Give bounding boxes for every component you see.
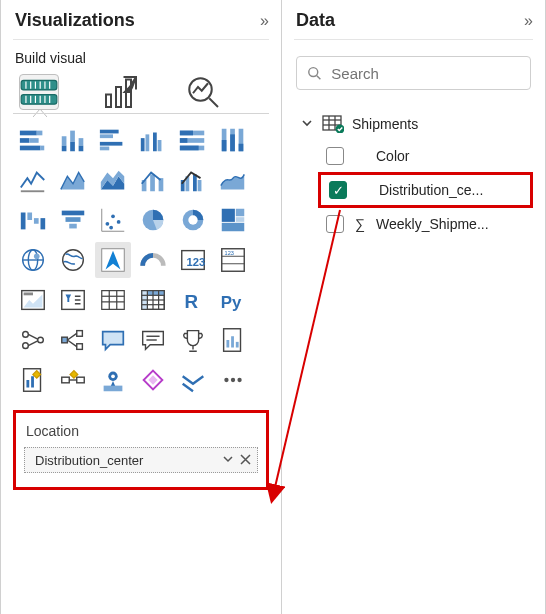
svg-rect-23 xyxy=(20,146,41,151)
tab-analytics[interactable] xyxy=(183,74,223,110)
svg-rect-42 xyxy=(180,138,188,143)
svg-rect-121 xyxy=(231,336,234,347)
svg-point-111 xyxy=(23,332,29,338)
svg-rect-60 xyxy=(27,213,32,221)
svg-rect-120 xyxy=(226,340,229,348)
viz-goals[interactable] xyxy=(175,322,211,358)
viz-waterfall[interactable] xyxy=(15,202,51,238)
svg-rect-37 xyxy=(153,133,157,152)
table-shipments[interactable]: Shipments xyxy=(296,108,533,140)
viz-power-apps[interactable] xyxy=(15,362,51,398)
collapse-data-icon[interactable]: » xyxy=(524,12,531,30)
svg-rect-50 xyxy=(239,144,244,152)
viz-multi-row-card[interactable]: 123 xyxy=(215,242,251,278)
svg-rect-126 xyxy=(62,377,70,383)
field-label-weekly-shipments: Weekly_Shipme... xyxy=(376,216,533,232)
svg-rect-64 xyxy=(66,217,81,222)
viz-py[interactable]: Py xyxy=(215,282,251,318)
svg-rect-92 xyxy=(24,293,33,296)
svg-rect-33 xyxy=(100,142,123,146)
checkbox-distribution-center[interactable]: ✓ xyxy=(329,181,347,199)
viz-clustered-bar[interactable] xyxy=(95,122,131,158)
svg-point-132 xyxy=(231,378,235,382)
viz-line-clustered-column[interactable] xyxy=(175,162,211,198)
svg-point-83 xyxy=(63,250,84,271)
viz-get-more[interactable] xyxy=(135,362,171,398)
viz-decomposition[interactable] xyxy=(55,322,91,358)
viz-azure-map[interactable] xyxy=(95,242,131,278)
field-label-distribution-center: Distribution_ce... xyxy=(379,182,530,198)
data-title: Data xyxy=(296,10,335,31)
svg-rect-116 xyxy=(77,344,83,350)
svg-rect-26 xyxy=(62,146,67,152)
visualizations-pane: Visualizations » Build visual xyxy=(0,0,282,614)
viz-treemap[interactable] xyxy=(215,202,251,238)
viz-stacked-bar[interactable] xyxy=(15,122,51,158)
viz-scatter[interactable] xyxy=(95,202,131,238)
viz-funnel[interactable] xyxy=(55,202,91,238)
svg-rect-27 xyxy=(70,131,75,142)
visualizations-title: Visualizations xyxy=(15,10,135,31)
collapse-viz-icon[interactable]: » xyxy=(260,12,267,30)
viz-card[interactable]: 123 xyxy=(175,242,211,278)
svg-point-69 xyxy=(111,214,115,218)
svg-rect-130 xyxy=(104,386,123,392)
viz-flow[interactable] xyxy=(175,362,211,398)
checkbox-weekly-shipments[interactable] xyxy=(326,215,344,233)
viz-100-stacked-bar[interactable] xyxy=(175,122,211,158)
viz-ribbon[interactable] xyxy=(215,162,251,198)
tab-format[interactable] xyxy=(101,74,141,110)
viz-stacked-area[interactable] xyxy=(95,162,131,198)
viz-qna[interactable] xyxy=(95,322,131,358)
svg-rect-62 xyxy=(41,218,46,229)
expander-icon[interactable] xyxy=(300,116,314,132)
field-distribution-center[interactable]: ✓ Distribution_ce... xyxy=(318,172,533,208)
viz-r[interactable]: R xyxy=(175,282,211,318)
svg-point-113 xyxy=(38,337,44,343)
field-weekly-shipments[interactable]: ∑ Weekly_Shipme... xyxy=(296,208,533,240)
viz-filled-map[interactable] xyxy=(55,242,91,278)
viz-map[interactable] xyxy=(15,242,51,278)
checkbox-color[interactable] xyxy=(326,147,344,165)
viz-smart-narrative[interactable] xyxy=(135,322,171,358)
svg-rect-78 xyxy=(222,223,245,231)
svg-rect-15 xyxy=(116,87,121,107)
viz-paginated[interactable] xyxy=(215,322,251,358)
viz-donut[interactable] xyxy=(175,202,211,238)
viz-area[interactable] xyxy=(55,162,91,198)
viz-line[interactable] xyxy=(15,162,51,198)
svg-text:Py: Py xyxy=(221,293,242,312)
viz-slicer[interactable] xyxy=(55,282,91,318)
remove-field-icon[interactable] xyxy=(240,453,251,468)
location-field-pill[interactable]: Distribution_center xyxy=(24,447,258,473)
viz-table[interactable] xyxy=(95,282,131,318)
svg-text:123: 123 xyxy=(186,256,205,268)
viz-kpi[interactable] xyxy=(15,282,51,318)
svg-rect-35 xyxy=(141,138,145,151)
search-input[interactable] xyxy=(329,64,520,83)
fields-tree: Shipments Color ✓ Distribution_ce... ∑ W… xyxy=(294,94,533,240)
svg-rect-114 xyxy=(62,337,68,343)
svg-rect-32 xyxy=(100,134,113,138)
svg-rect-40 xyxy=(180,131,193,136)
viz-arcgis[interactable] xyxy=(95,362,131,398)
viz-key-influencers[interactable] xyxy=(15,322,51,358)
viz-line-stacked-column[interactable] xyxy=(135,162,171,198)
svg-rect-115 xyxy=(77,331,83,337)
search-icon xyxy=(307,65,321,81)
viz-clustered-column[interactable] xyxy=(135,122,171,158)
viz-pie[interactable] xyxy=(135,202,171,238)
svg-rect-93 xyxy=(62,291,85,310)
viz-stacked-column[interactable] xyxy=(55,122,91,158)
viz-gauge[interactable] xyxy=(135,242,171,278)
field-color[interactable]: Color xyxy=(296,140,533,172)
viz-100-stacked-column[interactable] xyxy=(215,122,251,158)
viz-matrix[interactable] xyxy=(135,282,171,318)
chevron-down-icon[interactable] xyxy=(222,453,234,468)
viz-power-automate[interactable] xyxy=(55,362,91,398)
search-box[interactable] xyxy=(296,56,531,90)
viz-more[interactable] xyxy=(215,362,251,398)
svg-rect-77 xyxy=(236,217,244,222)
tab-build[interactable] xyxy=(19,74,59,110)
svg-point-82 xyxy=(34,253,40,259)
